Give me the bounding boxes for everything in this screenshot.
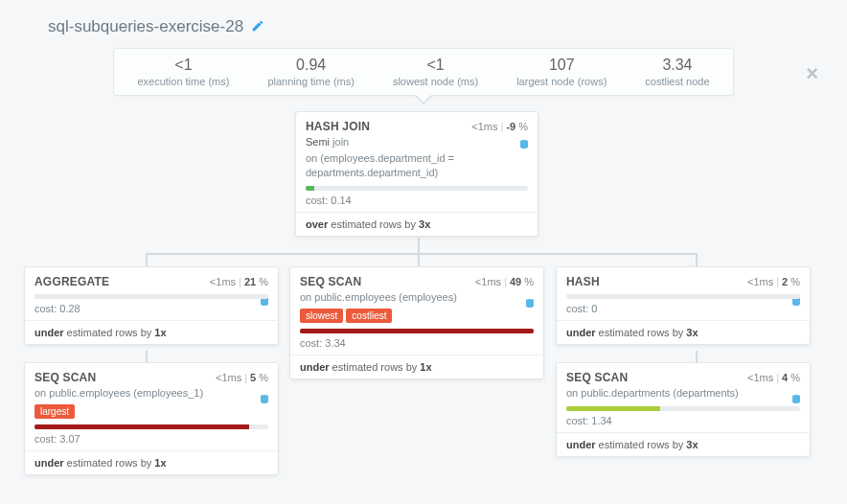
node-seq-scan-emp[interactable]: SEQ SCAN <1ms|49 % on public.employees (…: [289, 266, 544, 379]
cost-bar: [566, 406, 800, 411]
close-icon[interactable]: ×: [806, 61, 818, 86]
node-estimate: under estimated rows by 1x: [25, 450, 278, 469]
node-estimate: under estimated rows by 1x: [290, 355, 543, 373]
node-estimate: under estimated rows by 3x: [557, 432, 810, 450]
stat-label: planning time (ms): [267, 76, 354, 87]
stat-label: execution time (ms): [137, 76, 229, 87]
node-seq-scan-dept[interactable]: SEQ SCAN <1ms|4 % on public.departments …: [556, 362, 811, 457]
edit-icon[interactable]: [251, 19, 264, 35]
node-cost: cost: 1.34: [566, 415, 800, 426]
badge-costliest: costliest: [346, 309, 392, 323]
cost-bar: [34, 294, 268, 299]
database-icon: [790, 394, 802, 405]
database-icon: [518, 139, 530, 150]
node-hash-join[interactable]: HASH JOIN <1ms|-9 % Semi join on (employ…: [295, 111, 538, 237]
stat-value: 0.94: [267, 57, 354, 74]
node-timing: <1ms|2 %: [747, 276, 800, 287]
stat-label: largest node (rows): [516, 76, 607, 87]
node-cost: cost: 0.28: [34, 303, 268, 314]
database-icon: [524, 298, 536, 309]
connector: [146, 253, 148, 266]
node-estimate: under estimated rows by 3x: [557, 320, 810, 338]
node-timing: <1ms|21 %: [210, 276, 268, 287]
node-timing: <1ms|49 %: [475, 276, 534, 287]
node-cost: cost: 3.34: [300, 337, 534, 349]
cost-bar: [300, 329, 534, 333]
badge-slowest: slowest: [300, 309, 343, 323]
cost-bar: [34, 424, 268, 429]
node-title: SEQ SCAN: [34, 371, 96, 384]
node-aggregate[interactable]: AGGREGATE <1ms|21 % cost: 0.28 under est…: [24, 266, 279, 345]
node-title: AGGREGATE: [34, 275, 109, 288]
stat-largest: 107 largest node (rows): [497, 57, 626, 87]
stat-value: 107: [516, 57, 607, 74]
stat-value: <1: [137, 57, 229, 74]
node-detail: on public.employees (employees): [300, 290, 534, 305]
badge-largest: largest: [34, 404, 75, 419]
cost-bar: [566, 294, 800, 299]
stat-costliest: 3.34 costliest node: [626, 57, 728, 87]
connector: [146, 253, 698, 255]
node-seq-scan-emp1[interactable]: SEQ SCAN <1ms|5 % on public.employees (e…: [24, 362, 279, 475]
connector: [418, 238, 420, 266]
stat-slowest: <1 slowest node (ms): [374, 57, 497, 87]
node-detail: on public.employees (employees_1): [34, 386, 268, 401]
node-title: HASH JOIN: [306, 120, 370, 133]
stat-label: slowest node (ms): [393, 76, 478, 87]
page-title: sql-subqueries-exercise-28: [48, 17, 243, 36]
node-detail: on (employees.department_id = department…: [306, 151, 528, 180]
cost-bar: [306, 186, 528, 191]
node-detail: on public.departments (departments): [566, 386, 800, 401]
node-timing: <1ms|5 %: [216, 372, 268, 383]
node-estimate: under estimated rows by 1x: [25, 320, 278, 338]
node-timing: <1ms|4 %: [747, 372, 800, 383]
stat-value: 3.34: [645, 57, 709, 74]
stats-bar: <1 execution time (ms) 0.94 planning tim…: [113, 48, 733, 96]
database-icon: [259, 394, 270, 405]
node-title: SEQ SCAN: [300, 275, 361, 288]
node-detail: Semi join: [306, 135, 528, 149]
connector: [696, 253, 698, 266]
node-timing: <1ms|-9 %: [471, 121, 528, 132]
node-title: SEQ SCAN: [566, 371, 628, 384]
node-cost: cost: 3.07: [34, 433, 268, 445]
node-title: HASH: [566, 275, 600, 288]
node-cost: cost: 0: [566, 303, 800, 314]
node-hash[interactable]: HASH <1ms|2 % cost: 0 under estimated ro…: [556, 266, 811, 345]
stat-value: <1: [393, 57, 478, 74]
stat-exec-time: <1 execution time (ms): [118, 57, 248, 87]
stat-label: costliest node: [645, 76, 709, 87]
node-cost: cost: 0.14: [306, 195, 528, 206]
node-estimate: over estimated rows by 3x: [296, 212, 538, 230]
stat-plan-time: 0.94 planning time (ms): [248, 57, 373, 87]
